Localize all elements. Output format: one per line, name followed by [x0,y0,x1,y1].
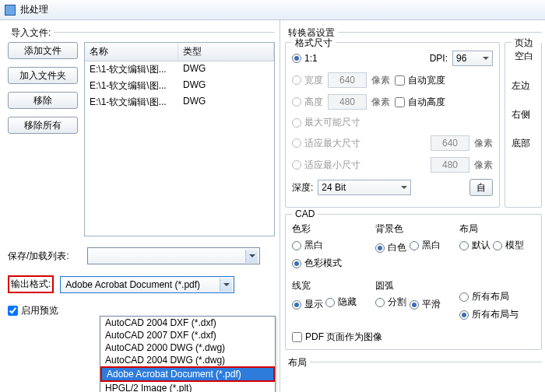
table-row[interactable]: E:\1-软文编辑\图...DWG [85,61,274,78]
layout-alland-radio[interactable]: 所有布局与 [459,308,519,321]
margins-title: 页边空白 [512,37,541,63]
width-input[interactable] [328,72,367,88]
remove-all-button[interactable]: 移除所有 [8,117,78,134]
linewidth-label: 线宽 [292,279,367,292]
pdf-as-image-checkbox[interactable]: PDF 页面作为图像 [292,331,382,344]
layout-label: 布局 [459,222,535,236]
output-format-label-highlight: 输出格式: [8,275,54,293]
app-icon [5,5,16,16]
add-folder-button[interactable]: 加入文件夹 [8,67,78,84]
color-label: 色彩 [292,222,367,236]
fit-max-input[interactable] [431,135,469,151]
auto-width-checkbox[interactable]: 自动宽度 [395,74,445,87]
table-row[interactable]: E:\1-软文编辑\图...DWG [85,78,274,94]
layout-default-radio[interactable]: 默认 [459,239,490,252]
color-bw-radio[interactable]: 黑白 [292,239,323,252]
arc-split-radio[interactable]: 分割 [375,296,406,309]
fit-min-input[interactable] [431,157,469,173]
format-option[interactable]: AutoCAD 2007 DXF (*.dxf) [100,329,275,341]
depth-select[interactable]: 24 Bit [318,180,411,195]
table-row[interactable]: E:\1-软文编辑\图...DWG [85,94,274,110]
bg-black-radio[interactable]: 黑白 [410,239,441,252]
savelist-label: 保存/加载列表: [8,250,81,263]
dpi-select[interactable]: 96 [452,51,493,66]
bg-white-radio[interactable]: 白色 [375,241,406,254]
format-option[interactable]: AutoCAD 2004 DXF (*.dxf) [100,317,275,329]
add-file-button[interactable]: 添加文件 [8,42,78,59]
fit-max-radio[interactable]: 适应最大尺寸 [292,137,360,150]
cad-title: CAD [292,208,318,219]
height-radio[interactable]: 高度 [292,96,323,109]
layout-all-radio[interactable]: 所有布局 [459,290,509,303]
layout-section: 布局 [285,356,542,367]
layout-model-radio[interactable]: 模型 [493,239,524,252]
auto-height-checkbox[interactable]: 自动高度 [395,96,445,109]
output-format-combo[interactable]: Adobe Acrobat Document (*.pdf) [60,276,234,293]
arc-smooth-radio[interactable]: 平滑 [410,298,441,311]
format-option[interactable]: HPGL/2 Image (*.plt) [100,382,275,392]
format-option-highlight: Adobe Acrobat Document (*.pdf) [100,366,275,382]
margin-bottom-label: 底部 [512,137,535,150]
format-option[interactable]: AutoCAD 2000 DWG (*.dwg) [100,341,275,354]
margin-right-label: 右侧 [512,108,535,121]
max-possible-radio[interactable]: 最大可能尺寸 [292,116,360,129]
bgcolor-label: 背景色 [375,222,451,236]
remove-button[interactable]: 移除 [8,92,78,109]
file-table[interactable]: 名称 类型 E:\1-软文编辑\图...DWG E:\1-软文编辑\图...DW… [84,42,275,236]
content: 导入文件: 添加文件 加入文件夹 移除 移除所有 名称 类型 E:\1-软文编辑… [0,20,545,392]
right-panel: 转换器设置 格式尺寸 1:1 DPI: 96 宽度 像素 自动宽度 高度 [280,20,545,392]
title-bar: 批处理 [0,0,545,20]
auto-button[interactable]: 自 [469,179,493,196]
window-title: 批处理 [20,3,48,16]
cad-group: CAD 色彩 黑白 色彩模式 背景色 白色 黑白 布局 默认 模型 [285,214,542,350]
converter-settings-label: 转换器设置 [285,26,542,37]
savelist-combo[interactable] [87,247,260,264]
ratio-1to1-radio[interactable]: 1:1 [292,53,318,64]
col-type-header[interactable]: 类型 [178,43,274,61]
depth-label: 深度: [292,181,313,194]
col-name-header[interactable]: 名称 [85,43,178,61]
linewidth-show-radio[interactable]: 显示 [292,298,323,311]
import-label: 导入文件: [8,27,54,38]
left-panel: 导入文件: 添加文件 加入文件夹 移除 移除所有 名称 类型 E:\1-软文编辑… [0,20,280,392]
fit-min-radio[interactable]: 适应最小尺寸 [292,159,360,172]
arc-label: 圆弧 [375,279,451,292]
format-size-group: 格式尺寸 1:1 DPI: 96 宽度 像素 自动宽度 高度 像素 [285,42,500,208]
import-group: 导入文件: [8,26,275,37]
margins-group: 页边空白 上面 左边 右侧 底部 [505,42,542,208]
color-mode-radio[interactable]: 色彩模式 [292,257,342,270]
height-input[interactable] [328,94,367,110]
enable-preview-checkbox[interactable]: 启用预览 [8,304,81,317]
linewidth-hide-radio[interactable]: 隐藏 [325,296,357,309]
format-size-title: 格式尺寸 [292,37,336,50]
width-radio[interactable]: 宽度 [292,74,323,87]
margin-left-label: 左边 [512,79,535,93]
output-format-label: 输出格式: [11,278,51,289]
dpi-label: DPI: [430,53,448,64]
format-option-selected[interactable]: Adobe Acrobat Document (*.pdf) [102,368,273,380]
output-format-dropdown[interactable]: AutoCAD 2004 DXF (*.dxf) AutoCAD 2007 DX… [100,316,276,392]
format-option[interactable]: AutoCAD 2004 DWG (*.dwg) [100,354,275,366]
